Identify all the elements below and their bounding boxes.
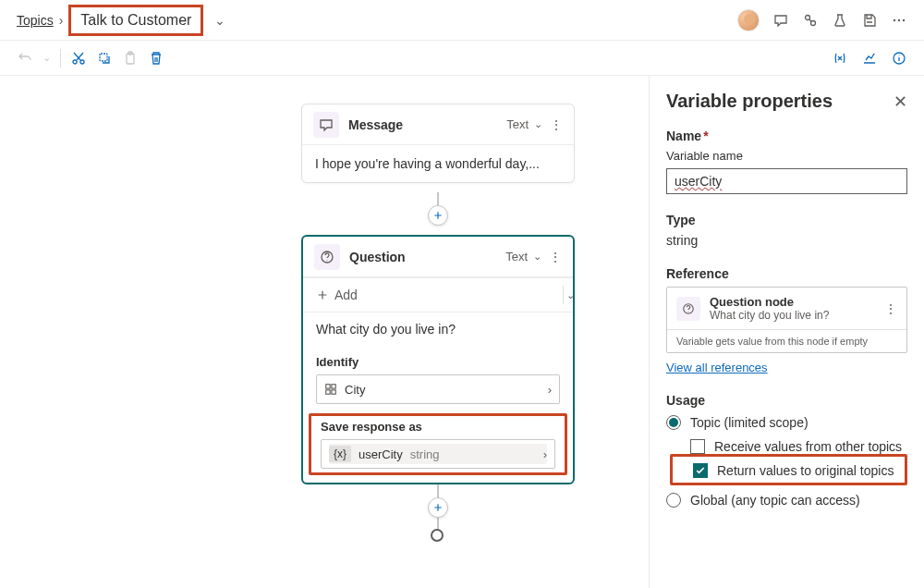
return-values-checkbox[interactable]: Return values to original topics bbox=[693, 463, 897, 478]
avatar[interactable] bbox=[737, 9, 760, 31]
question-icon bbox=[314, 244, 340, 270]
node-menu-icon[interactable]: ⋮ bbox=[549, 250, 562, 264]
copy-icon[interactable] bbox=[96, 50, 113, 67]
radio-label: Topic (limited scope) bbox=[690, 415, 808, 430]
node-header: Message Text⌄ ⋮ bbox=[302, 104, 574, 145]
end-node bbox=[431, 529, 444, 542]
reference-subtitle: What city do you live in? bbox=[710, 309, 829, 322]
node-meta[interactable]: Text⌄ bbox=[505, 250, 541, 263]
toolbar: ⌄ bbox=[0, 41, 924, 76]
return-values-highlight: Return values to original topics bbox=[670, 454, 907, 485]
identify-label: Identify bbox=[316, 355, 560, 369]
chevron-right-icon: › bbox=[543, 447, 547, 461]
breadcrumb-root[interactable]: Topics bbox=[17, 13, 54, 28]
radio-icon bbox=[666, 493, 681, 508]
entity-icon bbox=[324, 383, 337, 396]
app-header: Topics › Talk to Customer ⌄ bbox=[0, 0, 924, 41]
usage-topic-radio[interactable]: Topic (limited scope) bbox=[666, 415, 907, 430]
svg-point-4 bbox=[903, 18, 905, 20]
variable-chip: {x} userCity string › bbox=[329, 444, 547, 464]
name-label: Name* bbox=[666, 129, 907, 143]
node-title: Question bbox=[349, 250, 505, 264]
undo-icon[interactable] bbox=[17, 50, 33, 67]
close-icon[interactable]: ✕ bbox=[894, 92, 907, 112]
save-response-highlight: Save response as {x} userCity string › bbox=[309, 413, 567, 475]
variable-icon: {x} bbox=[329, 446, 351, 462]
add-button[interactable]: Add ⌄ bbox=[303, 277, 573, 312]
usage-global-radio[interactable]: Global (any topic can access) bbox=[666, 493, 907, 508]
svg-point-3 bbox=[898, 18, 900, 20]
main: Message Text⌄ ⋮ I hope you're having a w… bbox=[0, 76, 924, 588]
delete-icon[interactable] bbox=[148, 50, 164, 67]
reference-box: Question node What city do you live in? … bbox=[666, 287, 907, 353]
checkbox-icon bbox=[690, 439, 705, 454]
chevron-down-icon[interactable]: ⌄ bbox=[566, 289, 575, 301]
svg-rect-8 bbox=[127, 54, 134, 64]
save-icon[interactable] bbox=[861, 12, 878, 29]
checkbox-label: Receive values from other topics bbox=[714, 439, 902, 454]
chevron-down-icon: ⌄ bbox=[534, 118, 542, 130]
svg-rect-12 bbox=[326, 385, 330, 388]
variable-properties-panel: Variable properties ✕ Name* Variable nam… bbox=[649, 76, 924, 588]
node-title: Message bbox=[348, 117, 506, 132]
type-value: string bbox=[666, 233, 907, 248]
svg-rect-7 bbox=[100, 54, 107, 61]
checkbox-icon bbox=[693, 463, 708, 478]
radio-icon bbox=[666, 415, 681, 430]
test-icon[interactable] bbox=[832, 12, 848, 29]
undo-chevron-icon[interactable]: ⌄ bbox=[43, 52, 51, 64]
paste-icon[interactable] bbox=[122, 50, 139, 67]
variable-type: string bbox=[410, 447, 440, 461]
message-icon bbox=[313, 112, 339, 138]
chevron-right-icon: › bbox=[59, 13, 64, 28]
comment-icon[interactable] bbox=[772, 12, 789, 29]
node-meta[interactable]: Text⌄ bbox=[506, 117, 542, 131]
svg-rect-15 bbox=[332, 390, 335, 394]
radio-label: Global (any topic can access) bbox=[690, 493, 860, 508]
svg-rect-13 bbox=[332, 385, 335, 388]
chevron-right-icon: › bbox=[548, 383, 552, 397]
save-response-field[interactable]: {x} userCity string › bbox=[321, 439, 555, 469]
type-label: Type bbox=[666, 213, 907, 227]
usage-label: Usage bbox=[666, 393, 907, 408]
reference-label: Reference bbox=[666, 266, 907, 281]
variable-name-input[interactable]: userCity bbox=[666, 168, 907, 194]
chevron-down-icon[interactable]: ⌄ bbox=[214, 13, 225, 28]
message-node[interactable]: Message Text⌄ ⋮ I hope you're having a w… bbox=[301, 104, 575, 183]
node-menu-icon[interactable]: ⋮ bbox=[550, 117, 563, 132]
question-node[interactable]: Question Text⌄ ⋮ Add ⌄ What city do you … bbox=[301, 235, 575, 484]
info-icon[interactable] bbox=[891, 50, 907, 67]
name-sublabel: Variable name bbox=[666, 149, 907, 163]
node-body[interactable]: I hope you're having a wonderful day,... bbox=[302, 145, 574, 182]
variables-icon[interactable] bbox=[832, 50, 848, 67]
authoring-canvas[interactable]: Message Text⌄ ⋮ I hope you're having a w… bbox=[0, 76, 649, 588]
panel-title: Variable properties bbox=[666, 91, 894, 112]
node-header: Question Text⌄ ⋮ bbox=[303, 237, 573, 277]
reference-title: Question node bbox=[710, 295, 829, 309]
topic-checker-icon[interactable] bbox=[802, 12, 819, 29]
add-node-button[interactable] bbox=[428, 497, 448, 518]
question-icon bbox=[676, 297, 700, 321]
identify-value: City bbox=[345, 383, 365, 397]
save-label: Save response as bbox=[321, 420, 555, 434]
cut-icon[interactable] bbox=[70, 50, 87, 67]
add-node-button[interactable] bbox=[428, 205, 448, 226]
more-icon[interactable] bbox=[891, 12, 907, 29]
add-label: Add bbox=[334, 288, 358, 302]
svg-point-6 bbox=[80, 60, 84, 64]
view-all-references-link[interactable]: View all references bbox=[666, 361, 768, 374]
question-prompt[interactable]: What city do you live in? bbox=[303, 312, 573, 346]
chevron-down-icon: ⌄ bbox=[533, 251, 541, 263]
variable-name: userCity bbox=[359, 447, 403, 461]
divider bbox=[60, 49, 61, 67]
identify-field[interactable]: City › bbox=[316, 374, 560, 404]
breadcrumb-current[interactable]: Talk to Customer bbox=[68, 5, 203, 36]
svg-point-1 bbox=[811, 20, 816, 25]
message-text: I hope you're having a wonderful day,... bbox=[315, 156, 561, 171]
prompt-text: What city do you live in? bbox=[316, 322, 560, 337]
checkbox-label: Return values to original topics bbox=[717, 463, 894, 478]
svg-rect-14 bbox=[326, 390, 330, 394]
reference-menu-icon[interactable]: ⋮ bbox=[884, 301, 897, 316]
receive-values-checkbox[interactable]: Receive values from other topics bbox=[690, 439, 907, 454]
analytics-icon[interactable] bbox=[861, 50, 878, 67]
